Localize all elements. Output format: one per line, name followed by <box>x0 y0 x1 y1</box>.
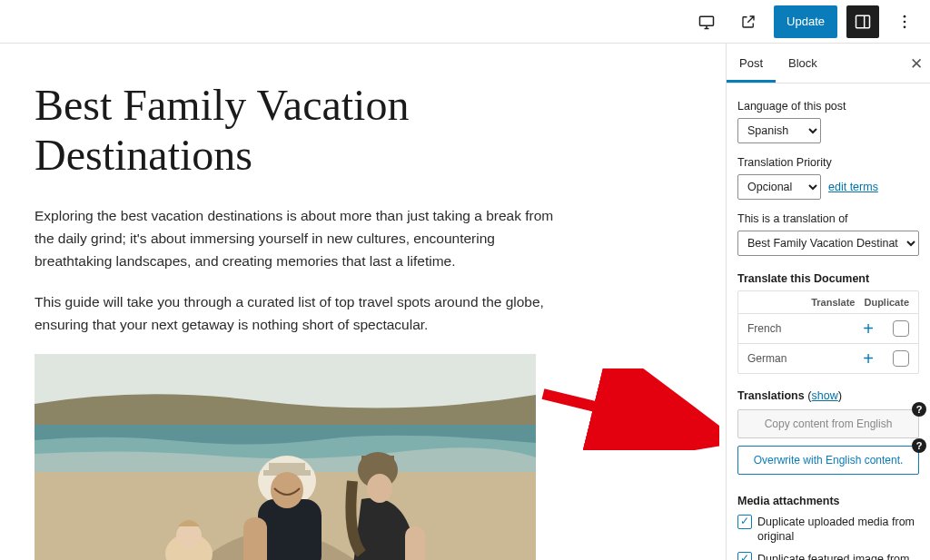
help-icon[interactable]: ? <box>912 438 926 453</box>
svg-rect-17 <box>405 526 425 560</box>
post-title[interactable]: Best Family Vacation Destinations <box>35 80 561 180</box>
svg-rect-0 <box>700 16 714 25</box>
editor-canvas[interactable]: Best Family Vacation Destinations Explor… <box>0 44 726 560</box>
settings-sidebar: Post Block ✕ Language of this post Spani… <box>726 44 930 560</box>
lang-name: French <box>747 322 856 335</box>
featured-image[interactable] <box>35 354 536 560</box>
preview-desktop-icon[interactable] <box>690 5 723 38</box>
overwrite-content-button[interactable]: Overwrite with English content. <box>737 446 919 475</box>
update-button[interactable]: Update <box>774 5 837 38</box>
add-translation-icon[interactable]: + <box>856 319 880 338</box>
show-translations-link[interactable]: show <box>812 389 838 402</box>
annotation-arrow-icon <box>538 368 719 450</box>
language-label: Language of this post <box>737 100 919 113</box>
svg-point-4 <box>904 25 906 28</box>
checkbox-label: Duplicate featured image from original <box>757 552 919 561</box>
svg-point-16 <box>367 474 392 503</box>
svg-rect-11 <box>258 499 322 560</box>
sidebar-tabs: Post Block ✕ <box>727 44 930 84</box>
close-icon[interactable]: ✕ <box>910 54 923 74</box>
duplicate-checkbox[interactable] <box>893 350 909 367</box>
more-options-icon[interactable] <box>888 5 921 38</box>
copy-content-button: Copy content from English <box>737 409 919 438</box>
translation-of-label: This is a translation of <box>737 212 919 225</box>
svg-point-2 <box>904 15 906 17</box>
priority-select[interactable]: Opcional <box>737 174 821 200</box>
lang-name: German <box>747 352 856 365</box>
language-select[interactable]: Spanish <box>737 118 821 143</box>
media-attachments-label: Media attachments <box>737 495 919 507</box>
duplicate-media-checkbox[interactable]: ✓ <box>737 515 752 529</box>
translate-table: Translate Duplicate French + German + <box>737 290 919 374</box>
settings-panel-toggle-icon[interactable] <box>846 5 879 38</box>
top-toolbar: Update <box>0 0 930 44</box>
svg-line-20 <box>543 394 699 432</box>
paragraph[interactable]: Exploring the best vacation destinations… <box>35 205 561 272</box>
tab-post[interactable]: Post <box>727 44 776 83</box>
table-row: French + <box>738 314 918 344</box>
svg-rect-13 <box>243 517 267 560</box>
external-link-icon[interactable] <box>732 5 765 38</box>
svg-point-19 <box>176 523 202 548</box>
col-translate: Translate <box>811 297 855 308</box>
svg-rect-15 <box>361 456 394 467</box>
svg-point-3 <box>904 20 906 23</box>
translation-of-select[interactable]: Best Family Vacation Destination <box>737 231 919 256</box>
table-row: German + <box>738 344 918 373</box>
translate-doc-label: Translate this Document <box>737 272 919 285</box>
translations-label: Translations <box>737 389 805 402</box>
add-translation-icon[interactable]: + <box>856 349 880 368</box>
help-icon[interactable]: ? <box>912 402 926 417</box>
edit-terms-link[interactable]: edit terms <box>828 181 878 193</box>
checkbox-label: Duplicate uploaded media from original <box>757 515 919 545</box>
duplicate-featured-checkbox[interactable]: ✓ <box>737 552 752 561</box>
col-duplicate: Duplicate <box>864 297 909 308</box>
svg-rect-1 <box>856 15 870 27</box>
paragraph[interactable]: This guide will take you through a curat… <box>35 291 561 337</box>
tab-block[interactable]: Block <box>776 44 830 83</box>
priority-label: Translation Priority <box>737 156 919 169</box>
duplicate-checkbox[interactable] <box>893 320 909 337</box>
